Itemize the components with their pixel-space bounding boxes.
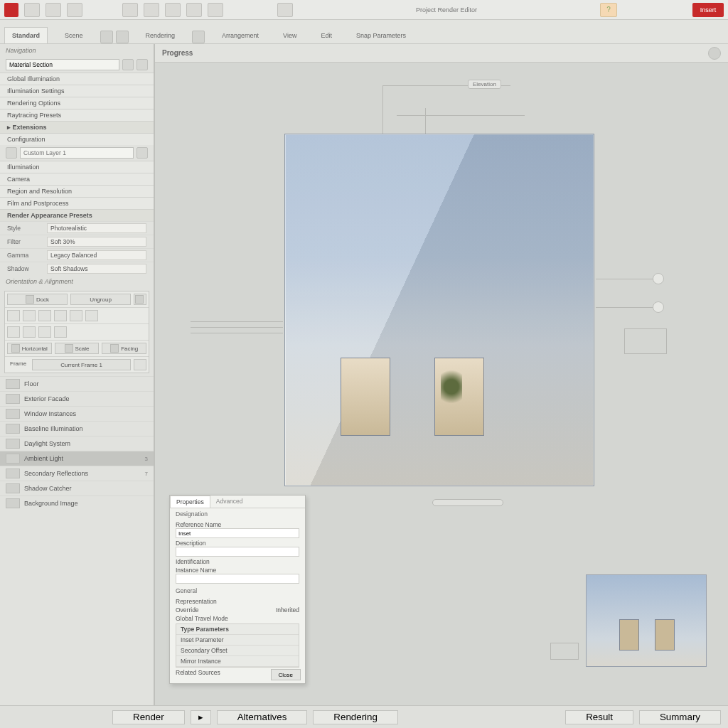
list-item[interactable]: Ambient Light3 [0, 451, 154, 466]
preset-filter[interactable]: Soft 30% [47, 237, 146, 247]
sidebar-search[interactable] [6, 59, 119, 70]
tool-move-icon[interactable] [54, 326, 67, 338]
tool-align-left-icon[interactable] [7, 310, 20, 321]
tool-icon-b[interactable] [116, 31, 129, 43]
list-item[interactable]: Baseline Illumination [0, 421, 154, 436]
tool-icon-c[interactable] [192, 31, 205, 43]
annotation-marker-icon[interactable] [653, 273, 664, 284]
sidebar-item[interactable]: Rendering Options [0, 97, 154, 109]
list-item[interactable]: Secondary Reflections7 [0, 466, 154, 481]
guide-box [624, 328, 667, 354]
sidebar-item[interactable]: Raytracing Presets [0, 109, 154, 121]
tool-scale[interactable]: Scale [55, 343, 100, 354]
footer-result[interactable]: Result [565, 710, 633, 724]
annotation-marker-icon[interactable] [653, 301, 664, 313]
preset-shadow[interactable]: Soft Shadows [47, 264, 146, 274]
list-item[interactable]: Exterior Facade [0, 391, 154, 406]
object-thumb-icon [6, 483, 20, 493]
tool-flip-icon[interactable] [70, 310, 82, 321]
dialog-close-button[interactable]: Close [271, 669, 301, 680]
preset-style[interactable]: Photorealistic [47, 223, 146, 233]
sidebar-item[interactable]: Camera [0, 173, 154, 185]
tool-facing[interactable]: Facing [102, 343, 146, 354]
render-preview[interactable] [284, 134, 594, 486]
sidebar-item[interactable]: Configuration [0, 133, 154, 145]
undo-icon[interactable] [122, 3, 138, 17]
chevron-down-icon[interactable] [136, 147, 148, 159]
preset-gamma[interactable]: Legacy Balanced [47, 250, 146, 260]
grid-icon[interactable] [208, 3, 223, 17]
sidebar-item[interactable]: Illumination Settings [0, 85, 154, 97]
layers-icon[interactable] [186, 3, 202, 17]
dialog-instance-name[interactable] [176, 574, 299, 584]
dialog-param-item[interactable]: Secondary Offset [176, 646, 299, 656]
app-title: Project Render Editor [299, 6, 594, 14]
tool-rotate-icon[interactable] [85, 310, 98, 321]
frame-prev-icon[interactable] [134, 359, 146, 370]
dialog-param-item[interactable]: Inset Parameter [176, 635, 299, 646]
tool-snap-icon[interactable] [7, 326, 20, 338]
timeline-slider[interactable] [432, 499, 503, 506]
preset-header[interactable]: Render Appearance Presets [0, 209, 154, 221]
settings-icon[interactable] [165, 3, 181, 17]
tab-rendering[interactable]: Rendering [139, 28, 183, 43]
list-item[interactable]: Background Image [0, 496, 154, 510]
dialog-tab-advanced[interactable]: Advanced [210, 496, 249, 508]
open-file-icon[interactable] [46, 3, 61, 17]
save-icon[interactable] [67, 3, 82, 17]
dialog-ref-name[interactable] [176, 528, 299, 538]
sidebar-item[interactable]: Film and Postprocess [0, 197, 154, 209]
object-thumb-icon [6, 379, 20, 389]
tab-snap[interactable]: Snap Parameters [349, 28, 413, 43]
sidebar-item[interactable]: Illumination [0, 161, 154, 173]
footer-render[interactable]: Render [112, 710, 185, 724]
frame-selector[interactable]: Current Frame 1 [32, 359, 131, 370]
tool-ungroup[interactable]: Ungroup [70, 294, 131, 305]
app-logo-icon [4, 3, 18, 17]
dialog-param-item[interactable]: Mirror Instance [176, 656, 299, 667]
tab-standard[interactable]: Standard [4, 27, 48, 43]
canvas-options-icon[interactable] [708, 47, 721, 60]
tab-view[interactable]: View [276, 28, 304, 43]
sidebar-item[interactable]: Global Illumination [0, 73, 154, 85]
mini-preview[interactable] [586, 574, 707, 667]
tab-edit[interactable]: Edit [314, 28, 339, 43]
list-item[interactable]: Floor [0, 376, 154, 391]
tool-horizontal[interactable]: Horizontal [7, 343, 52, 354]
tool-dock[interactable]: Dock [7, 294, 68, 305]
sidebar-collapse[interactable]: ▸ Extensions [0, 121, 154, 133]
list-icon[interactable] [277, 3, 293, 17]
dialog-override-value[interactable]: Inherited [276, 606, 299, 614]
footer-rendering[interactable]: Rendering [313, 710, 398, 724]
tool-grid-icon[interactable] [134, 294, 146, 305]
redo-icon[interactable] [144, 3, 159, 17]
tool-lock-icon[interactable] [23, 326, 36, 338]
layer-icon[interactable] [6, 147, 17, 159]
help-button[interactable]: ? [600, 3, 617, 17]
sidebar-item[interactable]: Region and Resolution [0, 185, 154, 197]
tool-distribute-icon[interactable] [54, 310, 67, 321]
layer-name-input[interactable] [20, 147, 134, 159]
properties-dialog[interactable]: Properties Advanced Designation Referenc… [169, 495, 306, 684]
dialog-param-list: Type Parameters Inset Parameter Secondar… [176, 623, 299, 668]
dialog-section: General [170, 585, 305, 596]
list-item[interactable]: Daylight System [0, 436, 154, 451]
footer-alternatives[interactable]: Alternatives [217, 710, 308, 724]
tab-scene[interactable]: Scene [58, 28, 90, 43]
tool-icon-a[interactable] [100, 31, 113, 43]
expand-icon[interactable] [136, 59, 148, 70]
tab-arrangement[interactable]: Arrangement [215, 28, 266, 43]
footer-step-icon[interactable]: ▸ [191, 710, 211, 724]
tool-panel: Dock Ungroup Horizontal Scale [4, 291, 149, 373]
tool-align-right-icon[interactable] [38, 310, 51, 321]
dropdown-icon[interactable] [122, 59, 134, 70]
tool-measure-icon[interactable] [38, 326, 51, 338]
dialog-tab-properties[interactable]: Properties [170, 496, 210, 508]
tool-align-center-icon[interactable] [23, 310, 36, 321]
new-file-icon[interactable] [24, 3, 40, 17]
insert-button[interactable]: Insert [692, 3, 724, 17]
footer-summary[interactable]: Summary [639, 710, 721, 724]
list-item[interactable]: Window Instances [0, 406, 154, 421]
dialog-description[interactable] [176, 547, 299, 557]
list-item[interactable]: Shadow Catcher [0, 481, 154, 496]
